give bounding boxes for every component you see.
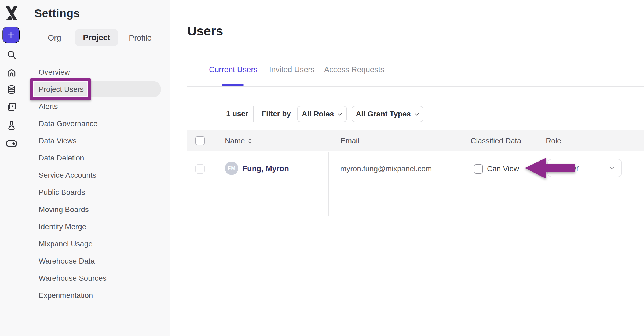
role-dropdown[interactable]: Owner [547,159,622,177]
settings-title: Settings [34,7,80,20]
table-header: Name Email Classified Data Role [187,130,644,151]
page-title: Users [187,24,223,38]
mixpanel-logo-icon[interactable] [5,6,18,21]
sidebar-item-overview[interactable]: Overview [23,64,170,81]
sidebar-item-identity-merge[interactable]: Identity Merge [23,218,170,235]
tab-org[interactable]: Org [48,32,61,44]
home-icon[interactable] [6,67,17,78]
sidebar-item-data-deletion[interactable]: Data Deletion [23,149,170,167]
column-header-name[interactable]: Name [225,130,252,151]
row-select-checkbox[interactable] [195,164,205,174]
sidebar-item-service-accounts[interactable]: Service Accounts [23,167,170,184]
all-roles-dropdown[interactable]: All Roles [297,106,347,122]
sort-icon[interactable] [248,138,252,144]
sidebar-item-alerts[interactable]: Alerts [23,98,170,115]
classified-can-view-label: Can View [487,165,519,173]
settings-menu: Overview Project Users Alerts Data Gover… [23,64,170,304]
tab-profile[interactable]: Profile [129,32,152,44]
sidebar-item-warehouse-sources[interactable]: Warehouse Sources [23,270,170,287]
column-header-role: Role [546,130,561,151]
all-roles-label: All Roles [302,110,334,118]
sidebar-item-data-views[interactable]: Data Views [23,132,170,149]
active-tab-underline [222,84,244,86]
sidebar-item-project-users[interactable]: Project Users [23,81,170,98]
tab-project[interactable]: Project [75,29,118,46]
experiments-flask-icon[interactable] [6,120,17,131]
all-grant-types-dropdown[interactable]: All Grant Types [352,106,423,122]
classified-data-checkbox[interactable] [474,164,483,174]
sidebar-item-data-governance[interactable]: Data Governance [23,115,170,132]
chevron-down-icon [415,113,419,116]
vertical-divider [253,106,254,122]
search-icon[interactable] [6,49,17,60]
sidebar-item-mixpanel-usage[interactable]: Mixpanel Usage [23,235,170,253]
all-grant-types-label: All Grant Types [356,110,411,118]
chevron-down-icon [338,113,342,116]
tab-access-requests[interactable]: Access Requests [324,65,384,74]
main-content: Users Current Users Invited Users Access… [170,0,644,336]
user-count: 1 user [226,109,248,118]
users-tabs: Current Users Invited Users Access Reque… [170,65,644,78]
database-icon[interactable] [6,84,17,95]
chevron-down-icon [610,167,614,170]
sidebar-item-moving-boards[interactable]: Moving Boards [23,201,170,218]
table-row: FM Fung, Myron myron.fung@mixpanel.com C… [187,152,644,216]
sidebar-item-experimentation[interactable]: Experimentation [23,287,170,304]
avatar: FM [225,162,238,175]
create-new-button[interactable] [2,27,20,43]
filter-by-label: Filter by [262,109,291,118]
role-value: Owner [556,164,610,173]
tab-invited-users[interactable]: Invited Users [269,65,314,74]
settings-sidebar: Settings Org Project Profile Overview Pr… [23,0,170,336]
user-name-link[interactable]: Fung, Myron [242,164,289,173]
feature-toggle-icon[interactable] [6,138,17,149]
sidebar-item-warehouse-data[interactable]: Warehouse Data [23,253,170,270]
column-header-email: Email [341,130,359,151]
sidebar-item-public-boards[interactable]: Public Boards [23,184,170,201]
select-all-checkbox[interactable] [195,136,205,145]
tab-strip-divider [187,86,644,87]
column-header-classified-data: Classified Data [471,130,521,151]
filter-row: 1 user Filter by All Roles All Grant Typ… [170,106,644,122]
tab-current-users[interactable]: Current Users [209,65,258,74]
user-email: myron.fung@mixpanel.com [340,165,432,173]
boards-icon[interactable] [6,102,17,112]
icon-rail [0,0,23,336]
